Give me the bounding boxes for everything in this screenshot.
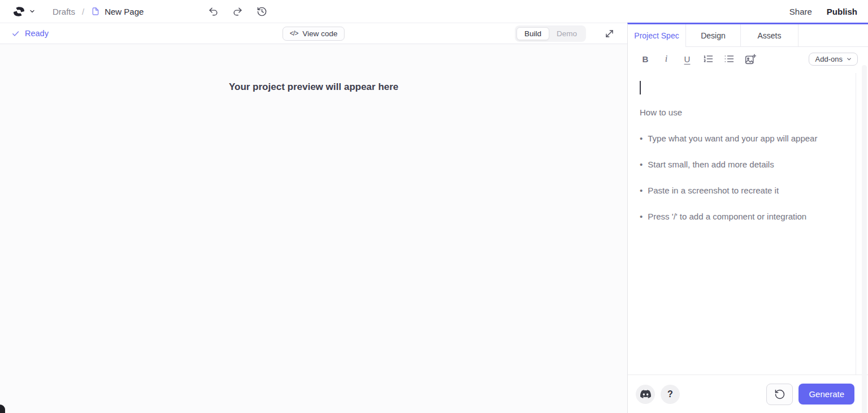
text-cursor (640, 81, 641, 94)
breadcrumb: Drafts / New Page (53, 7, 144, 16)
italic-button[interactable]: i (661, 53, 672, 65)
tab-assets[interactable]: Assets (741, 24, 798, 47)
version-history-button[interactable] (255, 5, 268, 18)
undo-button[interactable] (207, 5, 220, 18)
breadcrumb-page[interactable]: New Page (91, 7, 144, 16)
expand-preview-button[interactable] (603, 27, 616, 40)
top-header: Drafts / New Page (0, 0, 868, 23)
history-clock-icon (257, 6, 267, 17)
chevron-down-icon (29, 8, 36, 15)
bullet-list-icon (723, 53, 735, 64)
reset-button[interactable] (766, 384, 793, 405)
check-icon (11, 29, 20, 38)
history-controls (207, 5, 268, 18)
build-demo-toggle: Build Demo (515, 25, 586, 42)
bullet-dot: • (640, 158, 643, 170)
underline-button[interactable]: U (682, 53, 693, 65)
generate-button[interactable]: Generate (798, 384, 854, 405)
tab-project-spec[interactable]: Project Spec (628, 24, 686, 47)
bullet-dot: • (640, 132, 643, 144)
create-logo-icon (11, 5, 27, 18)
breadcrumb-drafts[interactable]: Drafts (53, 7, 75, 16)
status-label: Ready (25, 29, 49, 38)
editor-heading: How to use (640, 106, 844, 118)
code-icon: </> (290, 29, 298, 37)
redo-icon (232, 6, 243, 17)
image-plus-icon (744, 53, 756, 65)
discord-button[interactable] (636, 385, 655, 404)
discord-icon (640, 389, 651, 399)
spec-panel-footer: ? Generate (628, 375, 868, 413)
ordered-list-icon (702, 53, 714, 64)
editor-bullet-item: • Press '/' to add a component or integr… (640, 210, 844, 222)
addons-dropdown[interactable]: Add-ons (809, 53, 858, 66)
bullet-text: Paste in a screenshot to recreate it (648, 184, 779, 196)
publish-button[interactable]: Publish (827, 7, 857, 16)
share-button[interactable]: Share (789, 7, 812, 16)
preview-pane: Ready </> View code Build Demo (0, 23, 627, 413)
tab-design[interactable]: Design (686, 24, 741, 47)
view-code-label: View code (302, 29, 337, 38)
panel-scrollbar[interactable] (862, 65, 867, 413)
workspace-menu-button[interactable] (11, 5, 36, 18)
bullet-text: Start small, then add more details (648, 158, 774, 170)
editor-bullet-item: • Start small, then add more details (640, 158, 844, 170)
addons-label: Add-ons (815, 55, 843, 63)
preview-toolbar: Ready </> View code Build Demo (0, 23, 627, 44)
editor-bullet-item: • Paste in a screenshot to recreate it (640, 184, 844, 196)
preview-placeholder-message: Your project preview will appear here (0, 81, 627, 93)
rotate-ccw-icon (774, 389, 785, 400)
spec-panel-tabs: Project Spec Design Assets (628, 24, 868, 47)
status-badge: Ready (11, 29, 49, 38)
tabs-filler (798, 24, 868, 47)
app-window: Drafts / New Page (0, 0, 868, 413)
insert-image-button[interactable] (744, 53, 756, 65)
bullet-text: Type what you want and your app will app… (648, 132, 817, 144)
ordered-list-button[interactable] (702, 53, 714, 65)
editor-bullet-item: • Type what you want and your app will a… (640, 132, 844, 144)
header-actions: Share Publish (789, 7, 857, 16)
spec-editor[interactable]: How to use • Type what you want and your… (628, 73, 856, 375)
build-tab[interactable]: Build (517, 27, 549, 40)
main-area: Ready </> View code Build Demo (0, 23, 868, 413)
help-button[interactable]: ? (661, 385, 680, 404)
chevron-down-icon (846, 56, 852, 62)
demo-tab[interactable]: Demo (549, 27, 584, 40)
bold-button[interactable]: B (640, 53, 651, 65)
spec-panel: Project Spec Design Assets B i U (627, 23, 868, 413)
expand-diagonal-icon (604, 28, 615, 39)
bullet-dot: • (640, 184, 643, 196)
view-code-button[interactable]: </> View code (283, 27, 345, 41)
bullet-text: Press '/' to add a component or integrat… (648, 210, 806, 222)
page-title: New Page (105, 7, 144, 16)
breadcrumb-separator: / (82, 7, 84, 16)
bullet-list-button[interactable] (723, 53, 735, 65)
redo-button[interactable] (231, 5, 244, 18)
format-toolbar: B i U (628, 47, 868, 71)
bullet-dot: • (640, 210, 643, 222)
preview-canvas: Your project preview will appear here (0, 44, 627, 413)
undo-icon (208, 6, 219, 17)
page-file-icon (91, 7, 100, 16)
